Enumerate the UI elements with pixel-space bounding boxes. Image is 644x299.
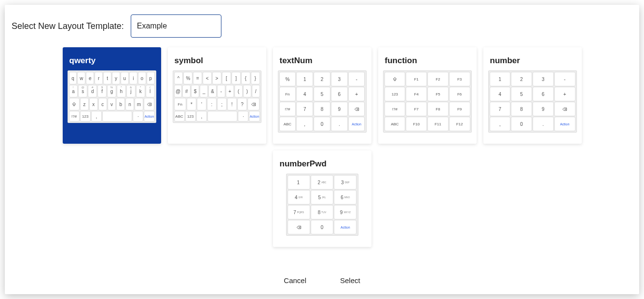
template-title: function (385, 56, 472, 66)
key: < (203, 72, 212, 84)
key: - (348, 72, 365, 86)
key: + (348, 87, 365, 101)
key: 1 (490, 72, 511, 86)
key: z (80, 98, 89, 110)
key: ) (243, 85, 251, 97)
key: 8 (314, 102, 330, 116)
key: # (182, 85, 191, 97)
key: ! (227, 98, 237, 110)
key: 1 (296, 72, 313, 86)
template-textnum[interactable]: textNum % 1 2 3 - Fn 4 5 6 + !?# (273, 47, 371, 144)
shift-icon (384, 72, 406, 86)
dialog-footer: Cancel Select (5, 273, 639, 287)
key: . (331, 117, 348, 131)
key: 9WXYZ (334, 205, 356, 219)
key: q (69, 72, 77, 84)
key: + (226, 85, 234, 97)
key: m (135, 98, 143, 110)
key-action: Action (554, 117, 575, 131)
key: % (183, 72, 192, 84)
key-action: Action (348, 117, 365, 131)
key: ^h (117, 85, 126, 97)
key: @ (174, 85, 182, 97)
key: % (279, 72, 296, 86)
key: 9 (331, 102, 348, 116)
template-qwerty[interactable]: qwerty q w e r t y u i o p !a @s #d (63, 47, 161, 144)
key: 4 (490, 87, 511, 101)
template-name-input[interactable] (131, 14, 221, 38)
key: o (138, 72, 146, 84)
key: F11 (427, 117, 449, 131)
key: @s (78, 85, 87, 97)
key: $ (191, 85, 199, 97)
template-symbol[interactable]: symbol ^ % = < > [ ] { } @ # $ _ (168, 47, 266, 144)
key: 2 (314, 72, 330, 86)
key: 123 (185, 111, 196, 122)
key: ABC (279, 117, 296, 131)
key: ] (232, 72, 241, 84)
template-title: symbol (175, 56, 261, 66)
key: ; (217, 98, 227, 110)
key: Fn (174, 98, 186, 110)
select-button[interactable]: Select (336, 273, 364, 287)
key: 7 (490, 102, 511, 116)
key-space (102, 111, 132, 122)
key: [ (222, 72, 231, 84)
key: _ (200, 85, 208, 97)
key: 7PQRS (288, 205, 310, 219)
key: F12 (449, 117, 470, 131)
key: + (554, 87, 575, 101)
key: v (108, 98, 116, 110)
key: t (103, 72, 111, 84)
key: ABC (384, 117, 406, 131)
key: { (241, 72, 250, 84)
key: 6MNO (334, 190, 356, 204)
key: } (251, 72, 260, 84)
key: 6 (331, 87, 348, 101)
key: - (217, 85, 225, 97)
key: !a (69, 85, 78, 97)
key: 5JKL (311, 190, 333, 204)
key: x (89, 98, 98, 110)
key: 3 (331, 72, 348, 86)
key: · (133, 111, 143, 122)
template-numberpwd[interactable]: numberPwd 1 2ABC 3DEF 4GHI 5JKL 6MNO 7PQ… (273, 150, 371, 247)
key: , (91, 111, 102, 122)
key: 2 (511, 72, 532, 86)
key: · (238, 111, 248, 122)
key: 123 (384, 87, 406, 101)
template-function[interactable]: function F1 F2 F3 123 F4 F5 F6 !?# F7 (378, 47, 477, 144)
key: Fn (279, 87, 296, 101)
key: = (193, 72, 202, 84)
key: ' (197, 98, 206, 110)
key: F9 (449, 102, 470, 116)
backspace-icon (288, 220, 310, 234)
key: ^ (174, 72, 183, 84)
key: u (121, 72, 129, 84)
key: , (196, 111, 207, 122)
shift-icon (69, 98, 80, 110)
template-grid: qwerty q w e r t y u i o p !a @s #d (52, 47, 592, 247)
key-action: Action (334, 220, 356, 234)
key: > (212, 72, 221, 84)
backspace-icon (554, 102, 575, 116)
key: , (296, 117, 313, 131)
key: 4 (296, 87, 313, 101)
cancel-button[interactable]: Cancel (280, 273, 310, 287)
backspace-icon (348, 102, 365, 116)
key: *k (136, 85, 145, 97)
key: p (147, 72, 155, 84)
key: 5 (314, 87, 330, 101)
key: F5 (427, 87, 449, 101)
template-title: numberPwd (280, 159, 367, 169)
key: . (533, 117, 554, 131)
template-title: qwerty (69, 56, 156, 66)
key: 0 (511, 117, 532, 131)
key: : (207, 98, 217, 110)
template-number[interactable]: number 1 2 3 - 4 5 6 + 7 8 9 (483, 47, 582, 144)
key: $f (97, 85, 107, 97)
key: 0 (311, 220, 333, 234)
key: !?# (69, 111, 80, 122)
key: !?# (384, 102, 406, 116)
keyboard-preview: ^ % = < > [ ] { } @ # $ _ & - + (173, 70, 261, 123)
